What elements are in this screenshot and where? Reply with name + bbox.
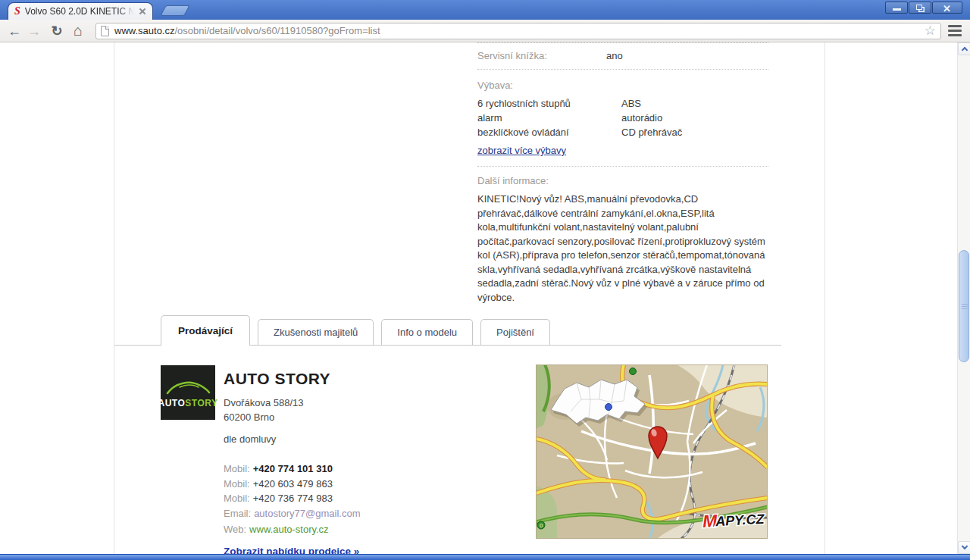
scrollbar-grip	[962, 304, 968, 310]
logo-word-story: STORY	[185, 398, 217, 408]
chevron-down-icon	[962, 543, 968, 549]
equipment-label: Výbava:	[477, 80, 768, 91]
service-book-value: ano	[606, 50, 623, 61]
logo-car-icon	[164, 377, 211, 396]
address-line: Dvořákova 588/13	[224, 396, 304, 410]
back-icon[interactable]	[5, 21, 24, 41]
contact-row: Mobil:+420 736 774 983	[224, 491, 361, 505]
new-tab-button[interactable]	[160, 5, 189, 16]
seller-name: AUTO STORY	[224, 370, 330, 388]
contact-label: Web:	[224, 524, 246, 535]
seller-contacts: Mobil:+420 774 101 310 Mobil:+420 603 47…	[224, 461, 361, 537]
window-controls	[884, 2, 962, 14]
close-button[interactable]	[932, 2, 962, 14]
bookmark-star-icon[interactable]	[925, 23, 936, 39]
browser-toolbar: www.sauto.cz /osobni/detail/volvo/s60/11…	[0, 20, 970, 42]
page-viewport: Servisní knížka: ano Výbava: 6 rychlostn…	[0, 42, 957, 554]
address-line: 60200 Brno	[224, 410, 304, 424]
service-book-label: Servisní knížka:	[477, 50, 606, 61]
mapy-logo-rest: APY.CZ	[715, 512, 765, 529]
phone-number: +420 736 774 983	[253, 493, 333, 504]
contact-row: Mobil:+420 603 479 863	[224, 477, 361, 491]
seller-tabs: Prodávající Zkušenosti majitelů Info o m…	[114, 315, 781, 346]
inset-location-dot	[605, 404, 612, 411]
scroll-down-button[interactable]	[958, 541, 970, 554]
minimize-icon	[893, 8, 901, 11]
menu-icon[interactable]	[948, 23, 963, 39]
restore-button[interactable]	[909, 2, 931, 14]
title-bar: S Volvo S60 2.0D KINETIC Nov	[0, 0, 970, 20]
scroll-up-button[interactable]	[958, 42, 970, 55]
equipment-item: autorádio	[621, 111, 662, 125]
phone-number: +420 774 101 310	[253, 463, 333, 474]
show-more-equipment-link[interactable]: zobrazit více výbavy	[477, 145, 566, 156]
equipment-row: 6 rychlostních stupňů ABS	[477, 96, 768, 111]
minimize-button[interactable]	[885, 2, 908, 14]
tab-prodavajici[interactable]: Prodávající	[161, 315, 250, 346]
tab-zkusenosti-majitelu[interactable]: Zkušenosti majitelů	[258, 319, 374, 345]
reload-icon[interactable]	[47, 21, 67, 41]
seller-offers-link[interactable]: Zobrazit nabídku prodejce »	[224, 546, 359, 554]
equipment-list: 6 rychlostních stupňů ABS alarm autorádi…	[477, 96, 768, 139]
contact-label: Mobil:	[224, 478, 250, 490]
more-info-label: Další informace:	[477, 175, 768, 186]
equipment-row: bezklíčkové ovládání CD přehrávač	[477, 125, 768, 139]
url-host: www.sauto.cz	[114, 25, 174, 36]
chevron-up-icon	[962, 47, 968, 53]
seller-logo: AUTOSTORY	[161, 365, 215, 420]
phone-number: +420 603 479 863	[253, 478, 333, 490]
scrollbar-thumb[interactable]	[959, 250, 969, 362]
equipment-item: CD přehrávač	[621, 125, 682, 139]
tab-pojisteni[interactable]: Pojištění	[480, 319, 550, 345]
equipment-item: ABS	[621, 96, 641, 111]
taskbar-edge	[0, 554, 970, 560]
contact-label: Email:	[224, 508, 251, 519]
seller-address: Dvořákova 588/13 60200 Brno	[224, 396, 304, 424]
url-bar[interactable]: www.sauto.cz /osobni/detail/volvo/s60/11…	[95, 23, 941, 39]
browser-tab[interactable]: S Volvo S60 2.0D KINETIC Nov	[8, 2, 153, 20]
equipment-item: bezklíčkové ovládání	[477, 125, 621, 139]
tab-title: Volvo S60 2.0D KINETIC Nov	[25, 6, 134, 17]
vertical-scrollbar[interactable]	[957, 42, 970, 554]
home-icon[interactable]	[68, 20, 88, 41]
contact-label: Mobil:	[224, 463, 250, 474]
car-details-panel: Servisní knížka: ano Výbava: 6 rychlostn…	[477, 42, 768, 305]
contact-label: Mobil:	[224, 493, 250, 504]
restore-icon	[916, 5, 922, 10]
more-info-text: KINETIC!Nový vůz! ABS,manuální převodovk…	[477, 192, 768, 305]
website-link[interactable]: www.auto-story.cz	[249, 524, 329, 535]
seller-location-map[interactable]: 0 M APY.CZ	[536, 364, 768, 539]
sauto-favicon-icon: S	[14, 5, 20, 17]
equipment-row: alarm autorádio	[477, 111, 768, 125]
email-link[interactable]: autostory77@gmail.com	[254, 508, 360, 519]
tab-info-o-modelu[interactable]: Info o modelu	[381, 319, 473, 345]
map-marker-label: 0	[540, 522, 543, 529]
url-path: /osobni/detail/volvo/s60/11910580?goFrom…	[174, 25, 924, 36]
tab-close-icon[interactable]	[137, 6, 148, 17]
logo-wordmark: AUTOSTORY	[158, 398, 218, 408]
logo-word-auto: AUTO	[158, 398, 186, 408]
service-book-row: Servisní knížka: ano	[477, 43, 768, 70]
page-icon	[101, 26, 109, 36]
opening-hours-note: dle domluvy	[224, 433, 276, 445]
equipment-item: alarm	[477, 111, 621, 125]
contact-row: Email:autostory77@gmail.com	[224, 506, 361, 521]
contact-row: Mobil:+420 774 101 310	[224, 461, 361, 476]
close-icon	[943, 3, 951, 14]
contact-row: Web:www.auto-story.cz	[224, 522, 361, 537]
equipment-item: 6 rychlostních stupňů	[477, 96, 621, 111]
forward-icon[interactable]	[24, 21, 44, 41]
